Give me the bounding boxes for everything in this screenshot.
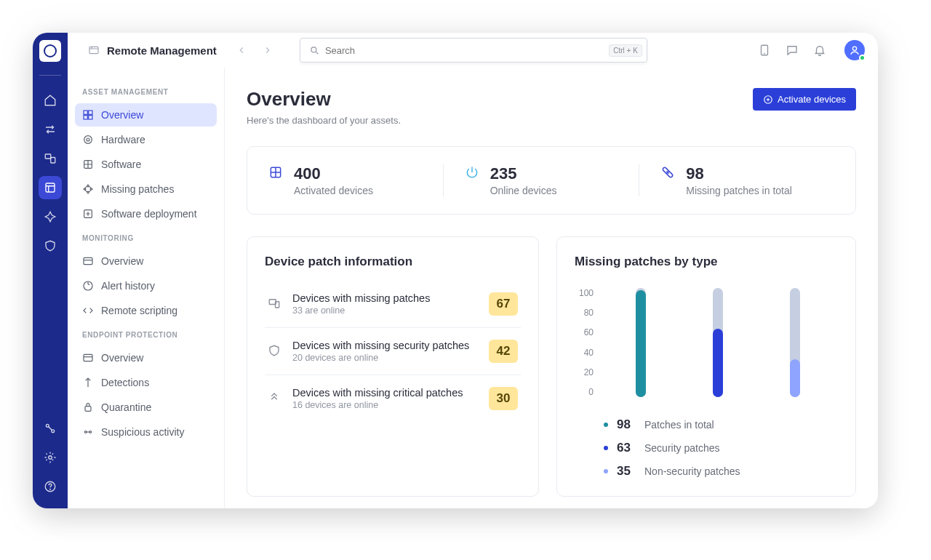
nav-back-button[interactable] xyxy=(233,41,250,59)
power-icon xyxy=(464,164,480,180)
svg-rect-23 xyxy=(85,407,91,412)
sidebar-item-overview-asset[interactable]: Overview xyxy=(75,103,217,127)
row-sub: 20 devices are online xyxy=(292,353,479,363)
section-label-endpoint: ENDPOINT PROTECTION xyxy=(75,324,217,345)
legend-row: 35Non-security patches xyxy=(604,464,809,479)
rail-shield-icon[interactable] xyxy=(39,234,62,257)
icon-rail xyxy=(33,33,68,508)
shield-icon xyxy=(268,344,282,359)
stat-label: Missing patches in total xyxy=(686,185,792,196)
sidebar-item-overview-endpoint[interactable]: Overview xyxy=(75,346,217,369)
svg-point-3 xyxy=(46,424,49,427)
window-icon xyxy=(88,44,100,56)
rail-management-icon[interactable] xyxy=(39,176,62,199)
legend-label: Non-security patches xyxy=(644,465,740,477)
search-field[interactable]: Ctrl + K xyxy=(300,38,647,63)
page-subtitle: Here's the dashboard of your assets. xyxy=(247,115,401,126)
svg-point-25 xyxy=(89,431,92,433)
nav-forward-button[interactable] xyxy=(259,41,276,59)
sidebar-item-label: Detections xyxy=(101,377,149,388)
search-icon xyxy=(309,45,319,55)
svg-point-24 xyxy=(84,431,87,433)
rail-integrations-icon[interactable] xyxy=(39,417,62,440)
bar-fill xyxy=(713,329,723,398)
summary-card: 400 Activated devices 235 Online devices xyxy=(247,146,856,215)
bar-fill xyxy=(636,290,646,397)
svg-rect-8 xyxy=(89,47,98,53)
svg-point-4 xyxy=(52,430,55,433)
bell-icon[interactable] xyxy=(812,43,827,57)
sidebar: ASSET MANAGEMENT Overview Hardware Softw… xyxy=(68,68,225,508)
page-title: Overview xyxy=(247,88,401,111)
critical-icon xyxy=(268,391,282,407)
rail-devices-icon[interactable] xyxy=(39,147,62,170)
section-label-monitoring: MONITORING xyxy=(75,227,217,248)
sidebar-item-label: Software xyxy=(101,159,141,170)
device-patch-info-panel: Device patch information Devices with mi… xyxy=(247,236,539,497)
missing-patches-chart-panel: Missing patches by type 100806040200 98P… xyxy=(556,236,856,497)
sidebar-item-quarantine[interactable]: Quarantine xyxy=(75,396,217,419)
y-tick: 80 xyxy=(584,308,594,318)
svg-rect-22 xyxy=(84,354,92,361)
stat-label: Online devices xyxy=(490,185,557,196)
row-title: Devices with missing security patches xyxy=(292,340,479,351)
svg-rect-0 xyxy=(45,154,51,159)
y-tick: 20 xyxy=(584,367,594,377)
section-label-asset: ASSET MANAGEMENT xyxy=(75,81,217,102)
svg-rect-20 xyxy=(84,257,92,264)
stat-value: 400 xyxy=(294,164,373,183)
count-badge: 30 xyxy=(489,387,518,410)
rail-home-icon[interactable] xyxy=(39,89,62,112)
search-input[interactable] xyxy=(325,45,609,56)
svg-rect-12 xyxy=(84,111,87,114)
grid-icon xyxy=(268,164,284,180)
search-shortcut: Ctrl + K xyxy=(609,44,642,57)
avatar[interactable] xyxy=(844,40,865,60)
y-tick: 60 xyxy=(584,327,594,337)
rail-help-icon[interactable] xyxy=(39,475,62,498)
activate-devices-button[interactable]: Activate devices xyxy=(753,88,856,111)
sidebar-item-suspicious-activity[interactable]: Suspicious activity xyxy=(75,420,217,444)
y-axis: 100806040200 xyxy=(579,288,598,397)
sidebar-item-remote-scripting[interactable]: Remote scripting xyxy=(75,299,217,322)
bar-fill xyxy=(790,359,800,398)
legend-value: 35 xyxy=(617,464,636,479)
rail-settings-icon[interactable] xyxy=(39,446,62,469)
sidebar-item-software[interactable]: Software xyxy=(75,153,217,176)
sidebar-item-label: Suspicious activity xyxy=(101,426,184,438)
count-badge: 67 xyxy=(489,292,518,316)
sidebar-item-label: Missing patches xyxy=(101,183,174,195)
sidebar-item-detections[interactable]: Detections xyxy=(75,371,217,394)
sidebar-item-label: Overview xyxy=(101,255,143,267)
sidebar-item-overview-monitoring[interactable]: Overview xyxy=(75,249,217,273)
rail-divider xyxy=(39,75,61,76)
app-logo[interactable] xyxy=(39,40,61,62)
user-icon xyxy=(848,44,861,57)
activate-button-label: Activate devices xyxy=(778,94,846,105)
rail-spark-icon[interactable] xyxy=(39,205,62,228)
stat-value: 98 xyxy=(686,164,792,183)
sidebar-item-missing-patches[interactable]: Missing patches xyxy=(75,177,217,201)
app-logo-glyph xyxy=(44,44,57,57)
svg-point-9 xyxy=(311,47,316,52)
sidebar-item-label: Remote scripting xyxy=(101,305,177,316)
top-bar: Remote Management Ctrl + K xyxy=(68,33,878,68)
legend-value: 63 xyxy=(617,441,636,455)
y-tick: 0 xyxy=(588,387,594,397)
sidebar-item-software-deployment[interactable]: Software deployment xyxy=(75,202,217,225)
chat-icon[interactable] xyxy=(785,43,799,57)
sidebar-item-alert-history[interactable]: Alert history xyxy=(75,274,217,297)
legend-dot xyxy=(604,446,608,450)
stat-value: 235 xyxy=(490,164,557,183)
patch-row-missing: Devices with missing patches 33 are onli… xyxy=(265,281,521,327)
devices-icon[interactable] xyxy=(757,43,772,57)
legend-value: 98 xyxy=(617,417,636,432)
row-title: Devices with missing critical patches xyxy=(292,387,479,399)
rail-transfer-icon[interactable] xyxy=(39,118,62,141)
svg-rect-2 xyxy=(46,183,55,192)
svg-rect-14 xyxy=(84,116,87,119)
bar-chart: 100806040200 xyxy=(575,281,838,403)
row-sub: 16 devices are online xyxy=(292,400,479,410)
sidebar-item-hardware[interactable]: Hardware xyxy=(75,128,217,151)
legend-dot xyxy=(604,423,608,427)
